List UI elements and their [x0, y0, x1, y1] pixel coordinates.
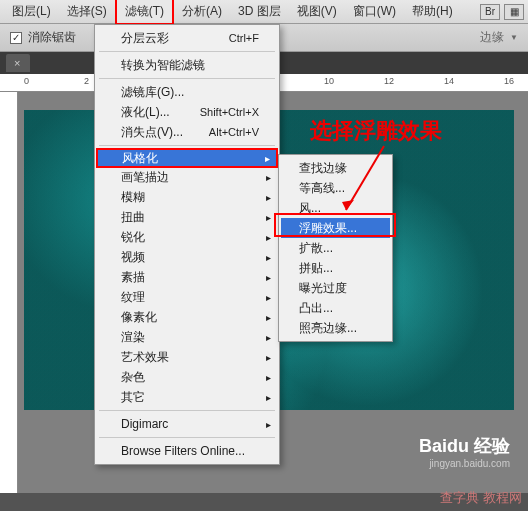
- menu-item[interactable]: Digimarc: [97, 414, 277, 434]
- menu-help[interactable]: 帮助(H): [404, 0, 461, 23]
- menu-analysis[interactable]: 分析(A): [174, 0, 230, 23]
- menu-item[interactable]: Browse Filters Online...: [97, 441, 277, 461]
- submenu-item[interactable]: 查找边缘: [281, 158, 390, 178]
- menu-item[interactable]: 素描: [97, 267, 277, 287]
- stylize-submenu: 查找边缘等高线...风...浮雕效果...扩散...拼贴...曝光过度凸出...…: [278, 154, 393, 342]
- menu-item[interactable]: 杂色: [97, 367, 277, 387]
- menu-item[interactable]: 液化(L)...Shift+Ctrl+X: [97, 102, 277, 122]
- document-tab[interactable]: ×: [6, 54, 30, 72]
- chevron-down-icon[interactable]: ▼: [510, 33, 518, 42]
- menu-layer[interactable]: 图层(L): [4, 0, 59, 23]
- submenu-item[interactable]: 风...: [281, 198, 390, 218]
- menu-3d[interactable]: 3D 图层: [230, 0, 289, 23]
- bridge-icon[interactable]: Br: [480, 4, 500, 20]
- annotation-text: 选择浮雕效果: [310, 116, 442, 146]
- menu-item[interactable]: 锐化: [97, 227, 277, 247]
- submenu-item[interactable]: 照亮边缘...: [281, 318, 390, 338]
- submenu-item[interactable]: 浮雕效果...: [281, 218, 390, 238]
- antialias-checkbox[interactable]: ✓: [10, 32, 22, 44]
- menu-item[interactable]: 视频: [97, 247, 277, 267]
- menu-filter[interactable]: 滤镜(T): [115, 0, 174, 25]
- menu-item[interactable]: 模糊: [97, 187, 277, 207]
- submenu-item[interactable]: 等高线...: [281, 178, 390, 198]
- submenu-item[interactable]: 扩散...: [281, 238, 390, 258]
- menubar: 图层(L) 选择(S) 滤镜(T) 分析(A) 3D 图层 视图(V) 窗口(W…: [0, 0, 528, 24]
- menu-item[interactable]: 纹理: [97, 287, 277, 307]
- filter-menu-dropdown: 分层云彩Ctrl+F转换为智能滤镜滤镜库(G)...液化(L)...Shift+…: [94, 24, 280, 465]
- menu-item[interactable]: 扭曲: [97, 207, 277, 227]
- menu-separator: [99, 78, 275, 79]
- menu-item[interactable]: 消失点(V)...Alt+Ctrl+V: [97, 122, 277, 142]
- menu-separator: [99, 437, 275, 438]
- menu-item[interactable]: 渲染: [97, 327, 277, 347]
- menu-item[interactable]: 画笔描边: [97, 167, 277, 187]
- menu-select[interactable]: 选择(S): [59, 0, 115, 23]
- vertical-ruler: [0, 92, 18, 493]
- menu-item[interactable]: 滤镜库(G)...: [97, 82, 277, 102]
- menu-item[interactable]: 艺术效果: [97, 347, 277, 367]
- menu-view[interactable]: 视图(V): [289, 0, 345, 23]
- menu-separator: [99, 51, 275, 52]
- menu-item[interactable]: 风格化: [96, 148, 278, 168]
- menu-window[interactable]: 窗口(W): [345, 0, 404, 23]
- menu-separator: [99, 410, 275, 411]
- menu-item[interactable]: 其它: [97, 387, 277, 407]
- footer-watermark: 查字典 教程网: [440, 489, 522, 507]
- menu-item[interactable]: 转换为智能滤镜: [97, 55, 277, 75]
- submenu-item[interactable]: 凸出...: [281, 298, 390, 318]
- edge-label: 边缘: [480, 29, 504, 46]
- submenu-item[interactable]: 拼贴...: [281, 258, 390, 278]
- submenu-item[interactable]: 曝光过度: [281, 278, 390, 298]
- baidu-watermark: Baidu 经验 jingyan.baidu.com: [419, 434, 510, 469]
- grid-icon[interactable]: ▦: [504, 4, 524, 20]
- menu-item[interactable]: 分层云彩Ctrl+F: [97, 28, 277, 48]
- menu-separator: [99, 145, 275, 146]
- menu-item[interactable]: 像素化: [97, 307, 277, 327]
- antialias-label: 消除锯齿: [28, 29, 76, 46]
